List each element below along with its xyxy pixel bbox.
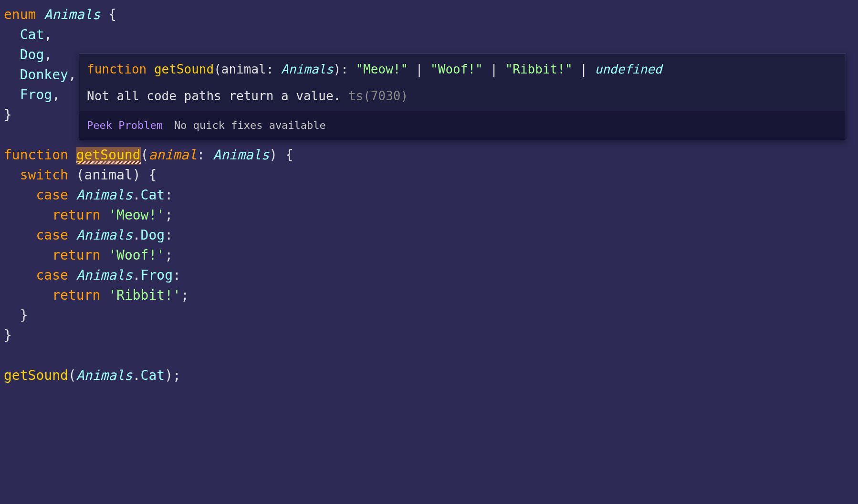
indent — [4, 47, 20, 63]
colon: : — [173, 267, 181, 283]
keyword-return: return — [52, 247, 100, 263]
paren: ( — [68, 368, 76, 383]
code-line: function getSound(animal: Animals) { — [4, 145, 854, 165]
sig-return-type: undefined — [595, 62, 662, 76]
hover-signature: function getSound(animal: Animals): "Meo… — [79, 54, 846, 83]
brace: { — [100, 7, 116, 22]
string-literal: 'Ribbit!' — [108, 287, 181, 303]
space — [100, 207, 108, 223]
brace: } — [20, 307, 28, 323]
comma: , — [44, 47, 52, 63]
indent — [4, 27, 20, 42]
code-line: enum Animals { — [4, 5, 854, 25]
sig-return-type: "Woof!" — [430, 62, 483, 76]
dot: . — [133, 267, 141, 283]
colon: : — [165, 227, 173, 243]
indent — [4, 287, 52, 303]
keyword-switch: switch — [20, 167, 68, 183]
param-type: Animals — [213, 147, 269, 163]
brace: } — [4, 107, 12, 123]
sig-type: Animals — [281, 62, 334, 76]
space — [68, 267, 76, 283]
colon: : — [165, 187, 173, 203]
peek-problem-link[interactable]: Peek Problem — [87, 116, 163, 135]
indent — [4, 227, 36, 243]
error-code: ts(7030) — [348, 89, 408, 103]
code-line: } — [4, 305, 854, 326]
keyword-enum: enum — [4, 7, 36, 22]
paren: ): — [334, 62, 356, 76]
function-name-error[interactable]: getSound — [76, 147, 141, 165]
enum-member: Cat — [141, 368, 165, 383]
space — [68, 227, 76, 243]
semicolon: ; — [165, 207, 173, 223]
keyword-return: return — [52, 287, 100, 303]
dot: . — [133, 368, 141, 383]
semicolon: ; — [165, 247, 173, 263]
code-line: switch (animal) { — [4, 165, 854, 185]
code-line — [4, 346, 854, 366]
colon: : — [266, 62, 281, 76]
semicolon: ; — [181, 287, 189, 303]
space — [68, 187, 76, 203]
keyword-function: function — [4, 147, 68, 163]
hover-actions: Peek Problem No quick fixes available — [79, 111, 846, 140]
paren: ( — [214, 62, 221, 76]
colon: : — [197, 147, 213, 163]
hover-tooltip: function getSound(animal: Animals): "Meo… — [79, 53, 846, 140]
sig-return-type: "Ribbit!" — [505, 62, 573, 76]
indent — [4, 87, 20, 103]
comma: , — [52, 87, 60, 103]
enum-ref: Animals — [76, 267, 133, 283]
keyword-case: case — [36, 187, 68, 203]
enum-ref: Animals — [76, 368, 133, 383]
string-literal: 'Meow!' — [108, 207, 165, 223]
enum-member: Cat — [141, 187, 165, 203]
hover-error-message: Not all code paths return a value. ts(70… — [79, 83, 846, 111]
dot: . — [133, 227, 141, 243]
comma: , — [44, 27, 52, 42]
code-line: case Animals.Cat: — [4, 185, 854, 205]
type-name: Animals — [44, 7, 100, 22]
comma: , — [68, 67, 76, 83]
space — [100, 247, 108, 263]
enum-member: Dog — [20, 47, 44, 63]
enum-ref: Animals — [76, 187, 133, 203]
paren: ) — [269, 147, 277, 163]
code-line: getSound(Animals.Cat); — [4, 366, 854, 386]
indent — [4, 207, 52, 223]
indent — [4, 267, 36, 283]
sig-function-name: getSound — [154, 62, 214, 76]
code-line: return 'Ribbit!'; — [4, 285, 854, 305]
enum-member: Frog — [20, 87, 52, 103]
enum-member: Cat — [20, 27, 44, 42]
code-line: return 'Meow!'; — [4, 205, 854, 225]
paren: ( — [141, 147, 149, 163]
keyword-return: return — [52, 207, 100, 223]
indent — [4, 187, 36, 203]
error-text: Not all code paths return a value. — [87, 89, 348, 103]
param-name: animal — [148, 147, 197, 163]
code-line: case Animals.Dog: — [4, 225, 854, 245]
indent — [4, 247, 52, 263]
enum-member: Dog — [141, 227, 165, 243]
code-line: case Animals.Frog: — [4, 265, 854, 285]
code-line: } — [4, 326, 854, 346]
no-quick-fixes-label: No quick fixes available — [174, 116, 326, 135]
code-line: Cat, — [4, 25, 854, 45]
pipe: | — [573, 62, 595, 76]
sig-return-type: "Meow!" — [356, 62, 408, 76]
paren: ); — [165, 368, 181, 383]
string-literal: 'Woof!' — [108, 247, 165, 263]
enum-member: Frog — [141, 267, 173, 283]
brace: { — [277, 147, 293, 163]
keyword-case: case — [36, 267, 68, 283]
indent — [4, 67, 20, 83]
sig-param: animal — [221, 62, 266, 76]
code-line: return 'Woof!'; — [4, 245, 854, 265]
function-call: getSound — [4, 368, 68, 383]
pipe: | — [408, 62, 430, 76]
space — [68, 147, 76, 163]
enum-ref: Animals — [76, 227, 133, 243]
brace: ) { — [133, 167, 157, 183]
